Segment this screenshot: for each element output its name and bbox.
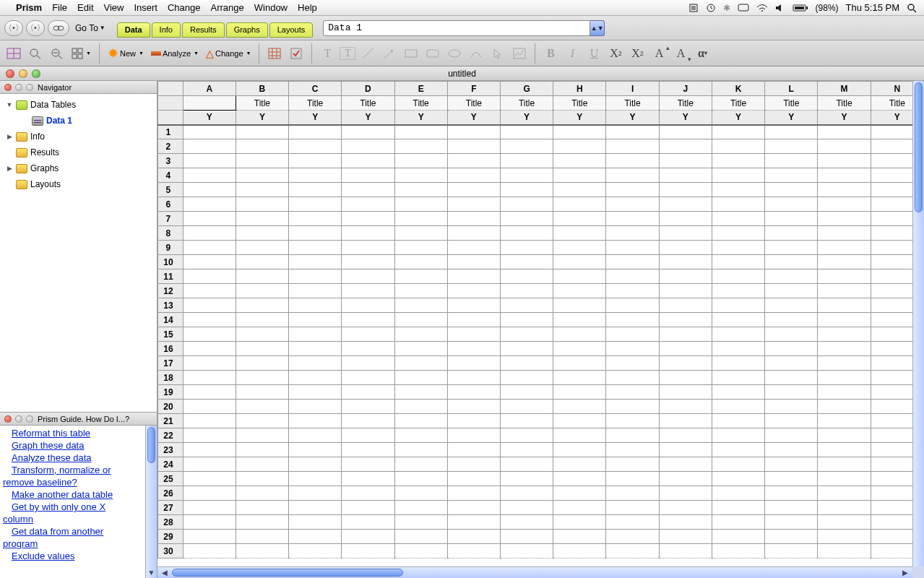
data-cell[interactable] <box>447 197 500 212</box>
data-cell[interactable] <box>659 241 712 255</box>
data-cell[interactable] <box>712 125 764 139</box>
data-cell[interactable] <box>659 385 712 400</box>
data-cell[interactable] <box>342 530 394 544</box>
data-cell[interactable] <box>342 327 394 342</box>
data-cell[interactable] <box>818 486 871 501</box>
data-cell[interactable] <box>553 298 606 313</box>
column-y-cell[interactable]: Y <box>553 111 606 125</box>
data-cell[interactable] <box>236 472 288 486</box>
data-cell[interactable] <box>183 472 236 486</box>
column-title-cell[interactable]: Title <box>500 96 553 111</box>
data-cell[interactable] <box>289 544 342 558</box>
data-cell[interactable] <box>342 255 394 269</box>
row-header[interactable]: 6 <box>158 197 183 212</box>
row-header[interactable]: 4 <box>158 168 183 183</box>
data-cell[interactable] <box>394 342 447 356</box>
data-cell[interactable] <box>500 212 553 226</box>
data-cell[interactable] <box>553 342 606 356</box>
data-cell[interactable] <box>553 457 606 472</box>
data-cell[interactable] <box>818 457 871 472</box>
column-header[interactable]: E <box>394 82 447 96</box>
data-cell[interactable] <box>394 414 447 428</box>
data-cell[interactable] <box>342 428 394 443</box>
data-cell[interactable] <box>765 226 818 241</box>
guide-link[interactable]: Reformat this table <box>12 428 90 439</box>
data-cell[interactable] <box>500 501 553 515</box>
data-cell[interactable] <box>659 371 712 385</box>
disclosure-icon[interactable]: ▶ <box>6 165 13 172</box>
greek-button[interactable]: α▾ <box>693 46 712 61</box>
row-header[interactable]: 22 <box>158 428 183 443</box>
guide-link[interactable]: Get by with only one X <box>12 501 105 512</box>
data-cell[interactable] <box>659 269 712 284</box>
column-y-cell[interactable]: Y <box>183 111 236 125</box>
data-cell[interactable] <box>342 241 394 255</box>
row-header[interactable]: 21 <box>158 414 183 428</box>
data-cell[interactable] <box>553 371 606 385</box>
data-cell[interactable] <box>818 183 871 197</box>
data-cell[interactable] <box>342 486 394 501</box>
guide-scrollbar[interactable]: ▼ <box>145 426 157 578</box>
sheet-view-icon[interactable] <box>4 44 23 63</box>
menu-arrange[interactable]: Arrange <box>211 2 244 13</box>
data-cell[interactable] <box>447 212 500 226</box>
data-cell[interactable] <box>289 400 342 414</box>
data-cell[interactable] <box>447 284 500 298</box>
data-cell[interactable] <box>765 443 818 457</box>
data-cell[interactable] <box>500 356 553 371</box>
tab-layouts[interactable]: Layouts <box>269 22 314 38</box>
data-cell[interactable] <box>659 472 712 486</box>
data-cell[interactable] <box>500 125 553 139</box>
data-cell[interactable] <box>765 197 818 212</box>
data-cell[interactable] <box>765 284 818 298</box>
data-cell[interactable] <box>500 457 553 472</box>
data-cell[interactable] <box>394 212 447 226</box>
data-cell[interactable] <box>712 284 764 298</box>
data-cell[interactable] <box>712 255 764 269</box>
data-cell[interactable] <box>342 414 394 428</box>
data-cell[interactable] <box>606 385 659 400</box>
data-cell[interactable] <box>712 356 764 371</box>
data-cell[interactable] <box>712 197 764 212</box>
data-cell[interactable] <box>765 530 818 544</box>
v-scroll-thumb[interactable] <box>915 82 923 212</box>
data-cell[interactable] <box>342 168 394 183</box>
data-cell[interactable] <box>606 428 659 443</box>
goto-menu[interactable]: Go To▼ <box>75 23 105 33</box>
data-cell[interactable] <box>500 400 553 414</box>
row-header[interactable]: 14 <box>158 313 183 327</box>
data-cell[interactable] <box>183 342 236 356</box>
data-cell[interactable] <box>342 154 394 168</box>
data-cell[interactable] <box>606 400 659 414</box>
data-cell[interactable] <box>289 530 342 544</box>
data-cell[interactable] <box>447 255 500 269</box>
data-cell[interactable] <box>712 327 764 342</box>
guide-close-button[interactable] <box>4 415 12 423</box>
data-cell[interactable] <box>606 168 659 183</box>
data-cell[interactable] <box>183 530 236 544</box>
data-cell[interactable] <box>500 269 553 284</box>
data-cell[interactable] <box>553 139 606 154</box>
nav-section-results[interactable]: Results <box>0 144 157 160</box>
row-header[interactable]: 13 <box>158 298 183 313</box>
column-title-cell[interactable]: Title <box>818 96 871 111</box>
data-cell[interactable] <box>236 183 288 197</box>
data-cell[interactable] <box>289 298 342 313</box>
new-button[interactable]: ✸New▼ <box>105 44 146 63</box>
data-cell[interactable] <box>500 530 553 544</box>
data-cell[interactable] <box>236 443 288 457</box>
data-cell[interactable] <box>394 356 447 371</box>
column-title-cell[interactable]: Title <box>236 96 288 111</box>
data-cell[interactable] <box>236 327 288 342</box>
data-cell[interactable] <box>447 298 500 313</box>
data-cell[interactable] <box>553 530 606 544</box>
data-cell[interactable] <box>394 125 447 139</box>
data-cell[interactable] <box>659 515 712 530</box>
data-cell[interactable] <box>183 241 236 255</box>
navigator-min-button[interactable] <box>15 84 22 91</box>
data-cell[interactable] <box>394 139 447 154</box>
data-cell[interactable] <box>659 298 712 313</box>
data-cell[interactable] <box>765 298 818 313</box>
data-cell[interactable] <box>236 255 288 269</box>
data-cell[interactable] <box>659 183 712 197</box>
